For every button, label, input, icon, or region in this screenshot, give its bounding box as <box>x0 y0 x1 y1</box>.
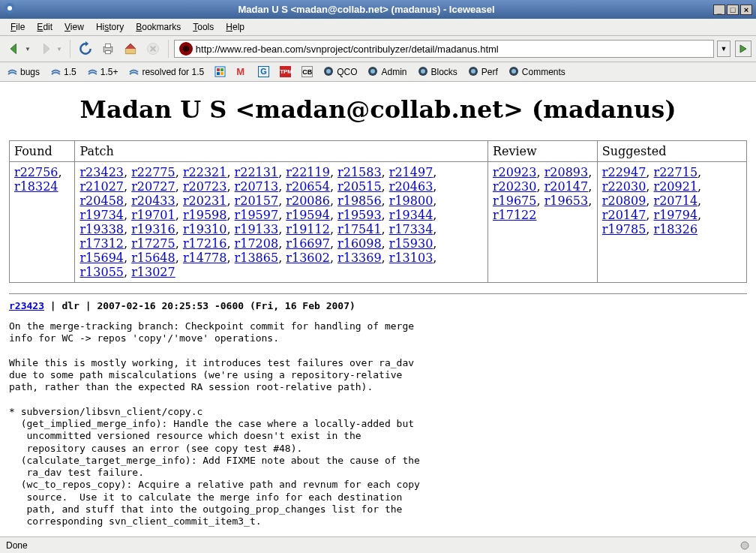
rev-link[interactable]: r20714 <box>654 194 698 208</box>
url-bar[interactable] <box>174 40 714 58</box>
rev-link[interactable]: r20809 <box>602 194 646 208</box>
menu-file[interactable]: File <box>6 20 29 34</box>
rev-link[interactable]: r19794 <box>654 208 698 222</box>
rev-link[interactable]: r19344 <box>389 208 434 222</box>
rev-link[interactable]: r17275 <box>131 236 176 251</box>
rev-link[interactable]: r13027 <box>131 265 176 279</box>
url-input[interactable] <box>196 44 712 55</box>
forward-button[interactable] <box>36 39 56 59</box>
rev-link[interactable]: r20147 <box>544 179 589 194</box>
forward-dropdown[interactable]: ▼ <box>56 46 64 53</box>
resize-grip[interactable] <box>740 540 750 551</box>
rev-link[interactable]: r17334 <box>389 222 434 236</box>
back-dropdown[interactable]: ▼ <box>25 46 33 53</box>
rev-link[interactable]: r19734 <box>80 208 124 222</box>
rev-link[interactable]: r14778 <box>183 251 227 265</box>
bm-15[interactable]: 1.5 <box>48 65 79 79</box>
rev-link[interactable]: r22321 <box>183 165 227 179</box>
rev-link[interactable]: r19310 <box>183 222 227 236</box>
rev-link[interactable]: r19856 <box>338 194 382 208</box>
rev-link[interactable]: r22030 <box>602 179 646 194</box>
rev-link[interactable]: r17541 <box>338 222 382 236</box>
rev-link[interactable]: r20893 <box>544 165 589 179</box>
rev-link[interactable]: r20230 <box>493 179 537 194</box>
rev-link[interactable]: r19800 <box>389 194 434 208</box>
rev-link[interactable]: r19598 <box>183 208 227 222</box>
maximize-button[interactable]: □ <box>727 5 739 15</box>
rev-link[interactable]: r13055 <box>80 265 124 279</box>
rev-link[interactable]: r13369 <box>338 251 382 265</box>
menu-tools[interactable]: Tools <box>188 20 218 34</box>
bm-cb[interactable]: CB <box>299 65 315 79</box>
rev-link[interactable]: r20157 <box>235 194 279 208</box>
bm-icon-1[interactable] <box>212 65 228 79</box>
menu-view[interactable]: View <box>60 20 88 34</box>
rev-link[interactable]: r20713 <box>235 179 279 194</box>
rev-link[interactable]: r20515 <box>338 179 382 194</box>
rev-link[interactable]: r19593 <box>338 208 382 222</box>
rev-link[interactable]: r22715 <box>654 165 698 179</box>
rev-link[interactable]: r19597 <box>235 208 279 222</box>
rev-link[interactable]: r19594 <box>286 208 330 222</box>
rev-link[interactable]: r18324 <box>14 179 58 194</box>
bm-bugs[interactable]: bugs <box>4 65 42 79</box>
rev-link[interactable]: r19701 <box>131 208 176 222</box>
rev-link[interactable]: r16098 <box>338 236 382 251</box>
rev-link[interactable]: r20921 <box>654 179 698 194</box>
rev-link[interactable]: r20727 <box>131 179 176 194</box>
bm-qco[interactable]: QCO <box>321 65 359 79</box>
rev-link[interactable]: r23423 <box>80 165 124 179</box>
rev-link[interactable]: r17208 <box>235 236 279 251</box>
rev-link[interactable]: r22131 <box>235 165 279 179</box>
bm-comments[interactable]: Comments <box>506 65 568 79</box>
rev-link[interactable]: r20147 <box>602 208 646 222</box>
rev-link[interactable]: r13602 <box>286 251 330 265</box>
minimize-button[interactable]: _ <box>713 5 725 15</box>
rev-link[interactable]: r22775 <box>131 165 176 179</box>
bm-admin[interactable]: Admin <box>365 65 409 79</box>
bm-15plus[interactable]: 1.5+ <box>85 65 121 79</box>
rev-link[interactable]: r15648 <box>131 251 176 265</box>
rev-link[interactable]: r22947 <box>602 165 646 179</box>
rev-link[interactable]: r19653 <box>544 194 589 208</box>
rev-link[interactable]: r13865 <box>235 251 279 265</box>
rev-link[interactable]: r20231 <box>183 194 227 208</box>
rev-link[interactable]: r19316 <box>131 222 176 236</box>
rev-link[interactable]: r20463 <box>389 179 434 194</box>
rev-link[interactable]: r20923 <box>493 165 537 179</box>
rev-link[interactable]: r19338 <box>80 222 124 236</box>
page-content[interactable]: Madan U S <madan@collab.net> (madanus) F… <box>0 82 756 536</box>
rev-link[interactable]: r17122 <box>493 208 537 222</box>
bm-tpm[interactable]: TPM <box>278 65 293 79</box>
rev-link[interactable]: r13103 <box>389 251 434 265</box>
rev-link[interactable]: r15694 <box>80 251 124 265</box>
rev-link[interactable]: r19133 <box>235 222 279 236</box>
rev-link[interactable]: r17312 <box>80 236 124 251</box>
rev-link[interactable]: r19112 <box>286 222 330 236</box>
url-dropdown[interactable]: ▼ <box>717 41 730 57</box>
rev-link[interactable]: r20654 <box>286 179 330 194</box>
bm-blocks[interactable]: Blocks <box>416 65 460 79</box>
rev-link[interactable]: r21583 <box>338 165 382 179</box>
bm-resolved[interactable]: resolved for 1.5 <box>126 65 206 79</box>
close-button[interactable]: × <box>740 5 752 15</box>
rev-link[interactable]: r19785 <box>602 222 646 236</box>
print-button[interactable] <box>98 39 118 59</box>
rev-link[interactable]: r21497 <box>389 165 434 179</box>
back-button[interactable] <box>4 39 24 59</box>
home-button[interactable] <box>121 39 140 59</box>
rev-link[interactable]: r22119 <box>286 165 330 179</box>
rev-link[interactable]: r20723 <box>183 179 227 194</box>
stop-button[interactable] <box>143 39 163 59</box>
bm-perf[interactable]: Perf <box>466 65 500 79</box>
reload-button[interactable] <box>76 39 95 59</box>
rev-link[interactable]: r18326 <box>654 222 698 236</box>
rev-link[interactable]: r20086 <box>286 194 330 208</box>
menu-help[interactable]: Help <box>221 20 249 34</box>
menu-bookmarks[interactable]: Bookmarks <box>131 20 185 34</box>
rev-link[interactable]: r17216 <box>183 236 227 251</box>
rev-link[interactable]: r16697 <box>286 236 330 251</box>
menu-history[interactable]: History <box>92 20 128 34</box>
rev-link[interactable]: r19675 <box>493 194 537 208</box>
rev-link[interactable]: r21027 <box>80 179 124 194</box>
